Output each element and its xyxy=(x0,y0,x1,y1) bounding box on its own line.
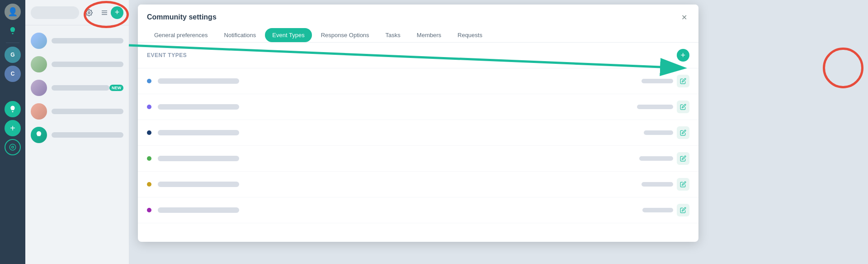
tab-requests[interactable]: Requests xyxy=(450,28,490,42)
avatar xyxy=(31,127,47,143)
event-actions xyxy=(642,178,689,191)
list-item[interactable] xyxy=(25,53,129,76)
event-edit-button[interactable] xyxy=(677,152,689,165)
avatar xyxy=(31,56,47,72)
left-panel-list: NEW xyxy=(25,25,129,150)
section-title: Event Types xyxy=(147,52,187,58)
table-row xyxy=(138,94,698,120)
table-row xyxy=(138,146,698,172)
table-row xyxy=(138,120,698,146)
event-label xyxy=(158,156,239,161)
gear-icon-button[interactable] xyxy=(83,6,95,19)
event-actions xyxy=(642,75,689,87)
event-dot xyxy=(147,182,151,187)
close-button[interactable]: ✕ xyxy=(679,12,689,23)
item-text xyxy=(52,62,123,67)
list-item[interactable] xyxy=(25,100,129,123)
avatar xyxy=(31,103,47,120)
item-text xyxy=(52,109,123,114)
event-actions xyxy=(644,126,689,139)
event-label xyxy=(158,104,239,110)
event-label xyxy=(158,182,239,187)
new-badge: NEW xyxy=(109,85,123,91)
event-label xyxy=(158,207,239,213)
dialog-title: Community settings xyxy=(147,13,217,21)
tab-tasks[interactable]: Tasks xyxy=(378,28,408,42)
avatar xyxy=(31,80,47,96)
event-edit-button[interactable] xyxy=(677,126,689,139)
event-dot xyxy=(147,208,151,212)
add-event-type-button[interactable]: + xyxy=(677,49,689,62)
item-text xyxy=(52,38,123,43)
sidebar-add-button[interactable]: + xyxy=(5,120,21,136)
left-panel-actions xyxy=(83,6,111,19)
action-text xyxy=(644,130,673,135)
sidebar-group-2[interactable]: C xyxy=(5,66,21,82)
sidebar-divider-1 xyxy=(6,43,19,43)
sidebar-circle-button[interactable] xyxy=(5,139,21,155)
avatar xyxy=(31,33,47,49)
sidebar-logo-btn[interactable] xyxy=(5,23,21,39)
event-actions xyxy=(637,101,689,113)
event-edit-button[interactable] xyxy=(677,204,689,216)
tab-members[interactable]: Members xyxy=(410,28,448,42)
event-edit-button[interactable] xyxy=(677,101,689,113)
left-panel: + NEW xyxy=(25,0,129,264)
event-dot xyxy=(147,156,151,161)
sidebar-group-1[interactable]: G xyxy=(5,47,21,63)
event-actions xyxy=(642,204,689,216)
svg-point-1 xyxy=(12,146,14,149)
dialog-tabs: General preferences Notifications Event … xyxy=(138,23,698,43)
event-dot xyxy=(147,79,151,83)
tab-notifications[interactable]: Notifications xyxy=(217,28,264,42)
list-item[interactable] xyxy=(25,123,129,147)
user-avatar[interactable]: 👤 xyxy=(5,4,21,20)
list-item[interactable]: NEW xyxy=(25,76,129,100)
left-panel-add-button[interactable]: + xyxy=(111,6,123,19)
action-text xyxy=(637,105,673,109)
event-actions xyxy=(639,152,689,165)
event-dot xyxy=(147,105,151,109)
event-edit-button[interactable] xyxy=(677,178,689,191)
dialog-header: Community settings ✕ xyxy=(138,5,698,23)
event-label xyxy=(158,78,239,84)
tab-general-preferences[interactable]: General preferences xyxy=(147,28,215,42)
event-edit-button[interactable] xyxy=(677,75,689,87)
event-label xyxy=(158,130,239,135)
table-row xyxy=(138,172,698,197)
action-text xyxy=(642,79,673,83)
action-text xyxy=(642,182,673,187)
svg-point-2 xyxy=(88,12,90,14)
action-text xyxy=(639,156,673,161)
left-panel-header: + xyxy=(25,0,129,25)
sidebar: 👤 G C + xyxy=(0,0,25,264)
table-row xyxy=(138,68,698,94)
table-row xyxy=(138,197,698,223)
dialog-body: Event Types + xyxy=(138,43,698,242)
tab-response-options[interactable]: Response Options xyxy=(314,28,377,42)
item-text xyxy=(52,85,109,91)
menu-icon-button[interactable] xyxy=(98,6,111,19)
community-settings-dialog: Community settings ✕ General preferences… xyxy=(138,5,698,242)
search-bar[interactable] xyxy=(31,6,79,19)
list-item[interactable] xyxy=(25,29,129,53)
section-header: Event Types + xyxy=(138,43,698,68)
event-dot xyxy=(147,130,151,135)
item-text xyxy=(52,132,123,138)
action-text xyxy=(642,208,673,212)
sidebar-active-icon[interactable] xyxy=(5,101,21,117)
tab-event-types[interactable]: Event Types xyxy=(265,28,311,42)
svg-point-0 xyxy=(9,144,16,150)
